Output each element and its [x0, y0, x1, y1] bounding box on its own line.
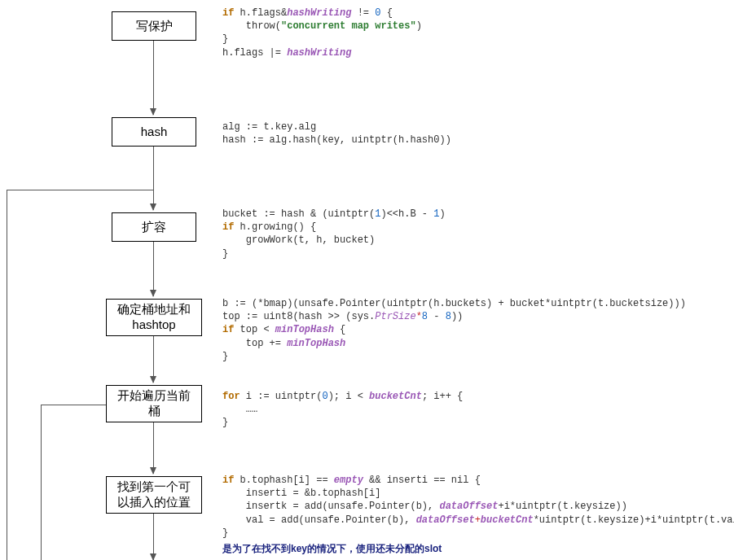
node-find-slot: 找到第一个可以插入的位置	[106, 476, 202, 514]
arrow-2-3	[153, 147, 154, 210]
note-slot: 是为了在找不到key的情况下，使用还未分配的slot	[222, 542, 442, 556]
code-write-protect: if h.flags&hashWriting != 0 { throw("con…	[222, 7, 422, 59]
code-bucket-hashtop: b := (*bmap)(unsafe.Pointer(uintptr(h.bu…	[222, 297, 686, 363]
code-grow: bucket := hash & (uintptr(1)<<h.B - 1) i…	[222, 208, 446, 260]
node-label: hash	[141, 125, 168, 140]
node-grow: 扩容	[112, 212, 196, 242]
arrow-3-4	[153, 242, 154, 296]
arrow-6-down	[153, 514, 154, 560]
code-hash: alg := t.key.alg hash := alg.hash(key, u…	[222, 120, 451, 147]
code-find-slot: if b.tophash[i] == empty && inserti == n…	[222, 474, 734, 540]
left-h-connector-top	[7, 190, 153, 190]
code-iterate: for i := uintptr(0); i < bucketCnt; i++ …	[222, 390, 463, 430]
node-label: 确定桶地址和 hashtop	[113, 302, 195, 333]
node-write-protect: 写保护	[112, 11, 196, 41]
arrow-4-5	[153, 336, 154, 383]
node-label: 开始遍历当前桶	[113, 388, 195, 419]
arrow-5-6	[153, 422, 154, 474]
node-hash: hash	[112, 117, 196, 147]
node-label: 扩容	[142, 220, 166, 235]
left-h-connector-mid	[41, 405, 106, 405]
node-label: 写保护	[136, 19, 173, 34]
left-v-line-2	[41, 405, 42, 560]
arrow-1-2	[153, 41, 154, 115]
node-bucket-hashtop: 确定桶地址和 hashtop	[106, 299, 202, 336]
node-label: 找到第一个可以插入的位置	[113, 479, 195, 510]
node-iterate-bucket: 开始遍历当前桶	[106, 385, 202, 422]
left-v-line	[7, 190, 7, 560]
